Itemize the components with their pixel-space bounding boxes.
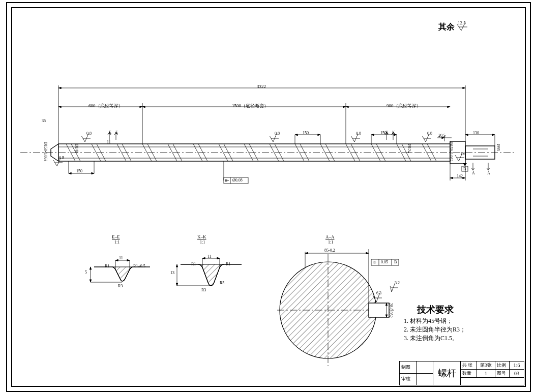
detail-K-r-tr: R1 bbox=[226, 262, 230, 266]
detail-K-r-tl: R1 bbox=[191, 262, 196, 266]
note-2: 2. 未注圆角半径为R3； bbox=[404, 325, 466, 334]
tb-scale-v: 1:6 bbox=[510, 361, 524, 370]
tb-partname: 螺杆 bbox=[433, 361, 461, 385]
detail-E-title: E–E bbox=[112, 234, 120, 239]
detail-E-scale: 1:1 bbox=[114, 240, 120, 245]
detail-A-ra: 6.3 bbox=[376, 291, 381, 295]
ra-f: 1.6 bbox=[460, 152, 465, 156]
detail-K-scale: 1:1 bbox=[200, 240, 205, 245]
tb-dwg-v: 03 bbox=[510, 370, 524, 378]
mark-A1: A bbox=[472, 171, 475, 175]
detail-A-keyw: 85-0.2 bbox=[324, 248, 335, 253]
dim-end-b: 130 bbox=[473, 131, 479, 135]
dim-pitch3: 150 bbox=[76, 169, 82, 173]
tb-drawn-v bbox=[417, 361, 433, 374]
ra-d: 0.8 bbox=[427, 131, 432, 136]
mark-K2: K bbox=[392, 130, 395, 135]
detail-E-r2: R1±0.5 bbox=[133, 264, 145, 268]
detail-A-keyh: 28-0.052 bbox=[389, 303, 393, 318]
dia-core-left: Ø140 bbox=[74, 144, 79, 153]
dim-sec-mid: 1500（底径渐变） bbox=[232, 103, 269, 109]
dia-core-right: Ø124 bbox=[407, 144, 411, 153]
tb-bottom-span bbox=[461, 378, 524, 386]
mark-E2: E bbox=[115, 130, 118, 135]
detail-K-title: K–K bbox=[197, 234, 206, 239]
note-1: 1. 材料为45号钢； bbox=[404, 317, 453, 325]
detail-E bbox=[86, 254, 158, 300]
dim-small-left: 35 bbox=[42, 118, 46, 123]
dim-end-a: 20.5 bbox=[438, 133, 445, 138]
ra-a: 0.8 bbox=[86, 131, 92, 136]
detail-E-h: 5 bbox=[85, 270, 87, 275]
dim-pitch1: 150 bbox=[303, 131, 309, 135]
detail-K-h: 13 bbox=[170, 270, 174, 275]
detail-K-r-br: R5 bbox=[220, 281, 224, 285]
detail-E-w: 11 bbox=[119, 256, 123, 260]
dim-sec-right: 900（底径等深） bbox=[387, 103, 421, 109]
svg-point-81 bbox=[280, 262, 376, 358]
tb-qty-v: 1 bbox=[477, 370, 495, 378]
title-block: 制图 审核 螺杆 共 张 数量 第3张 1 比例 图号 1:6 03 bbox=[399, 361, 524, 385]
detail-A-tol: 0.05 bbox=[381, 260, 388, 264]
detail-A-title: A–A bbox=[325, 234, 335, 239]
ra-b: 0.8 bbox=[275, 131, 280, 136]
svg-rect-82 bbox=[369, 303, 389, 317]
mark-E1: E bbox=[109, 130, 111, 135]
dim-overall: 3322 bbox=[257, 84, 266, 89]
mark-K1: K bbox=[385, 130, 389, 135]
ra-c: 0.8 bbox=[356, 131, 361, 136]
detail-E-r1: R1 bbox=[105, 264, 109, 268]
surface-note: 其余 bbox=[438, 22, 455, 33]
detail-K-w: 11 bbox=[207, 254, 212, 259]
tb-dwg-l: 图号 bbox=[495, 370, 510, 378]
ra-e: 0.8 bbox=[59, 156, 64, 160]
tb-check-v bbox=[417, 374, 433, 386]
detail-E-r3: R3 bbox=[118, 284, 123, 288]
tb-sheet-v: 第3张 bbox=[477, 361, 495, 370]
tb-sheets-l: 共 张 bbox=[461, 361, 477, 370]
detail-A-ra2: 3.2 bbox=[395, 281, 400, 285]
note-3: 3. 未注倒角为C1.5。 bbox=[404, 334, 458, 343]
dim-sec-left: 600（底径等深） bbox=[88, 103, 123, 109]
tb-drawn-l: 制图 bbox=[400, 361, 417, 374]
dia-shaft-end: Ø95 bbox=[496, 144, 500, 151]
dim-end-c: 142 bbox=[457, 174, 463, 178]
dia-right-outer: Ø150-0.063 bbox=[449, 142, 453, 161]
surface-symbol-icon bbox=[456, 22, 471, 33]
notes-title: 技术要求 bbox=[417, 304, 454, 316]
tb-check-l: 审核 bbox=[400, 374, 417, 386]
detail-A-datum: B bbox=[394, 260, 397, 264]
detail-A-tolsym: ⌯ bbox=[373, 260, 377, 264]
dia-left-outer: Ø150-0.063 bbox=[43, 142, 48, 161]
mark-A2: A bbox=[487, 171, 490, 175]
datum-B: B bbox=[463, 167, 466, 171]
detail-K bbox=[173, 254, 249, 305]
tb-scale-l: 比例 bbox=[495, 361, 510, 370]
tb-qty-l: 数量 bbox=[461, 370, 477, 378]
dim-thread-w: 11 bbox=[107, 140, 111, 144]
detail-K-r-bl: R3 bbox=[201, 288, 206, 292]
geo-tol: Ø0.08 bbox=[232, 178, 243, 183]
